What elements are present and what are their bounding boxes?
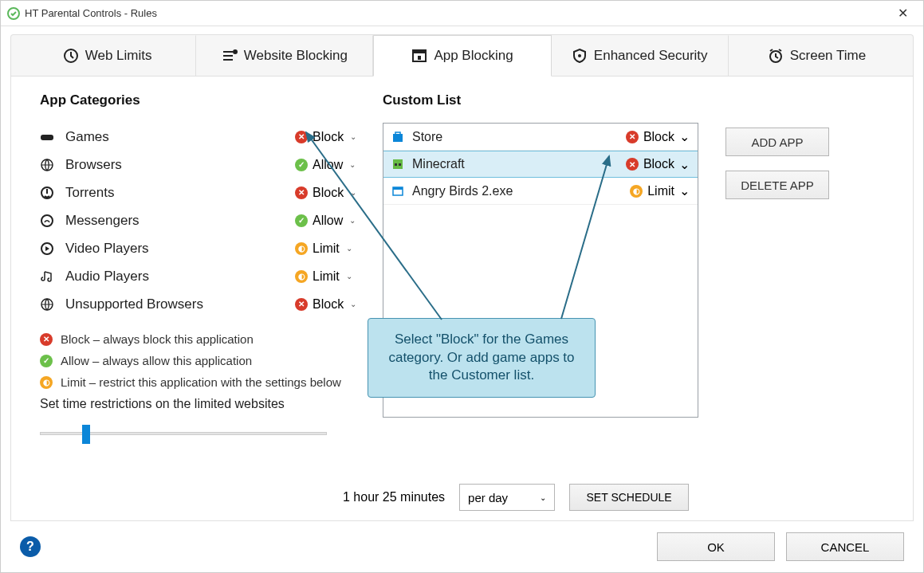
- allow-icon: ✓: [295, 159, 308, 171]
- content-panel: App Categories Games ✕Block⌄ Browsers ✓A…: [10, 76, 914, 521]
- block-icon: ✕: [626, 131, 639, 143]
- category-action-dropdown[interactable]: ✕Block⌄: [295, 130, 367, 144]
- chevron-down-icon: ⌄: [349, 160, 356, 169]
- block-icon: ✕: [295, 298, 308, 311]
- hint-callout: Select "Block" for the Games category. O…: [368, 318, 596, 398]
- category-row-unsupported-browsers: Unsupported Browsers ✕Block⌄: [40, 290, 367, 318]
- exe-app-icon: [391, 185, 404, 198]
- svg-rect-23: [393, 187, 403, 190]
- shield-icon: [572, 48, 588, 64]
- tab-enhanced-security[interactable]: Enhanced Security: [552, 35, 729, 76]
- allow-icon: ✓: [40, 355, 53, 367]
- slider-label: Set time restrictions on the limited web…: [40, 397, 367, 411]
- chat-icon: [40, 214, 54, 228]
- chevron-down-icon: ⌄: [349, 216, 356, 225]
- ok-button[interactable]: OK: [657, 532, 775, 561]
- category-name: Torrents: [65, 185, 295, 201]
- alarm-icon: [768, 48, 784, 64]
- category-action-dropdown[interactable]: ✓Allow⌄: [295, 214, 367, 228]
- list-item-angry-birds[interactable]: Angry Birds 2.exe ◐Limit⌄: [383, 178, 698, 205]
- category-action-dropdown[interactable]: ◐Limit⌄: [295, 269, 367, 284]
- set-schedule-button[interactable]: SET SCHEDULE: [569, 484, 689, 511]
- category-row-video-players: Video Players ◐Limit⌄: [40, 234, 367, 262]
- tab-website-blocking[interactable]: Website Blocking: [196, 35, 373, 76]
- svg-rect-4: [223, 59, 233, 61]
- block-icon: ✕: [40, 333, 53, 346]
- help-button[interactable]: ?: [20, 536, 41, 557]
- category-name: Games: [65, 129, 295, 145]
- limit-icon: ◐: [295, 270, 308, 283]
- tab-label: App Blocking: [434, 48, 513, 64]
- time-slider[interactable]: [40, 432, 327, 435]
- tab-screen-time[interactable]: Screen Time: [729, 35, 905, 76]
- tab-label: Enhanced Security: [594, 48, 708, 64]
- app-name: Store: [412, 130, 626, 144]
- music-icon: [40, 269, 54, 284]
- tab-app-blocking[interactable]: App Blocking: [373, 35, 551, 77]
- store-app-icon: [391, 131, 404, 143]
- category-row-audio-players: Audio Players ◐Limit⌄: [40, 262, 367, 290]
- per-day-dropdown[interactable]: per day⌄: [459, 484, 555, 511]
- dialog-footer: ? OK CANCEL: [1, 521, 923, 572]
- chevron-down-icon: ⌄: [350, 132, 356, 141]
- svg-rect-3: [223, 55, 233, 57]
- list-item-minecraft[interactable]: Minecraft ✕Block⌄: [383, 151, 698, 178]
- gamepad-icon: [40, 130, 54, 144]
- category-row-browsers: Browsers ✓Allow⌄: [40, 151, 367, 179]
- category-action-dropdown[interactable]: ✕Block⌄: [295, 297, 367, 312]
- category-name: Browsers: [65, 157, 295, 173]
- category-action-dropdown[interactable]: ✕Block⌄: [295, 186, 367, 200]
- limit-icon: ◐: [295, 242, 308, 255]
- clock-icon: [63, 48, 79, 64]
- tab-bar: Web Limits Website Blocking App Blocking…: [10, 34, 914, 76]
- chevron-down-icon: ⌄: [679, 183, 690, 198]
- block-icon: ✕: [626, 158, 639, 171]
- tab-label: Web Limits: [85, 48, 152, 64]
- svg-rect-19: [393, 159, 403, 169]
- chevron-down-icon: ⌄: [350, 188, 356, 197]
- category-row-torrents: Torrents ✕Block⌄: [40, 179, 367, 206]
- list-action-dropdown[interactable]: ✕Block⌄: [626, 157, 690, 172]
- category-action-dropdown[interactable]: ◐Limit⌄: [295, 241, 367, 256]
- delete-app-button[interactable]: DELETE APP: [725, 171, 829, 199]
- app-name: Minecraft: [412, 157, 626, 171]
- category-name: Unsupported Browsers: [65, 296, 295, 312]
- titlebar: HT Parental Controls - Rules ✕: [1, 1, 923, 26]
- time-text: 1 hour 25 minutes: [343, 490, 445, 504]
- add-app-button[interactable]: ADD APP: [725, 128, 829, 156]
- legend-allow: ✓Allow – always allow this application: [40, 354, 367, 367]
- chevron-down-icon: ⌄: [679, 157, 690, 172]
- legend-limit: ◐Limit – restrict this application with …: [40, 375, 367, 389]
- legend: ✕Block – always block this application ✓…: [40, 332, 367, 389]
- app-categories-column: App Categories Games ✕Block⌄ Browsers ✓A…: [40, 92, 367, 512]
- tab-web-limits[interactable]: Web Limits: [19, 35, 196, 76]
- block-icon: ✕: [295, 186, 308, 199]
- svg-rect-21: [399, 163, 401, 166]
- slider-thumb[interactable]: [82, 425, 90, 444]
- legend-block: ✕Block – always block this application: [40, 332, 367, 346]
- list-item-store[interactable]: Store ✕Block⌄: [383, 124, 698, 151]
- limit-icon: ◐: [630, 185, 643, 198]
- block-icon: ✕: [295, 131, 308, 143]
- svg-rect-7: [413, 50, 426, 53]
- chevron-down-icon: ⌄: [540, 493, 546, 502]
- tab-label: Website Blocking: [244, 48, 348, 64]
- allow-icon: ✓: [295, 214, 308, 227]
- chevron-down-icon: ⌄: [346, 272, 352, 281]
- list-action-dropdown[interactable]: ✕Block⌄: [626, 129, 690, 144]
- cancel-button[interactable]: CANCEL: [786, 532, 904, 561]
- list-action-dropdown[interactable]: ◐Limit⌄: [630, 183, 690, 198]
- category-action-dropdown[interactable]: ✓Allow⌄: [295, 158, 367, 172]
- category-row-games: Games ✕Block⌄: [40, 123, 367, 151]
- category-name: Audio Players: [65, 269, 295, 285]
- close-button[interactable]: ✕: [888, 6, 917, 21]
- svg-point-9: [578, 54, 581, 57]
- torrent-icon: [40, 186, 54, 200]
- app-window: HT Parental Controls - Rules ✕ Web Limit…: [0, 0, 924, 573]
- app-categories-heading: App Categories: [40, 92, 367, 108]
- minecraft-app-icon: [391, 158, 404, 171]
- play-icon: [40, 241, 54, 256]
- custom-list-column: Custom List Store ✕Block⌄ Minecraft ✕Blo…: [383, 92, 710, 512]
- category-row-messengers: Messengers ✓Allow⌄: [40, 206, 367, 234]
- svg-point-5: [233, 49, 238, 54]
